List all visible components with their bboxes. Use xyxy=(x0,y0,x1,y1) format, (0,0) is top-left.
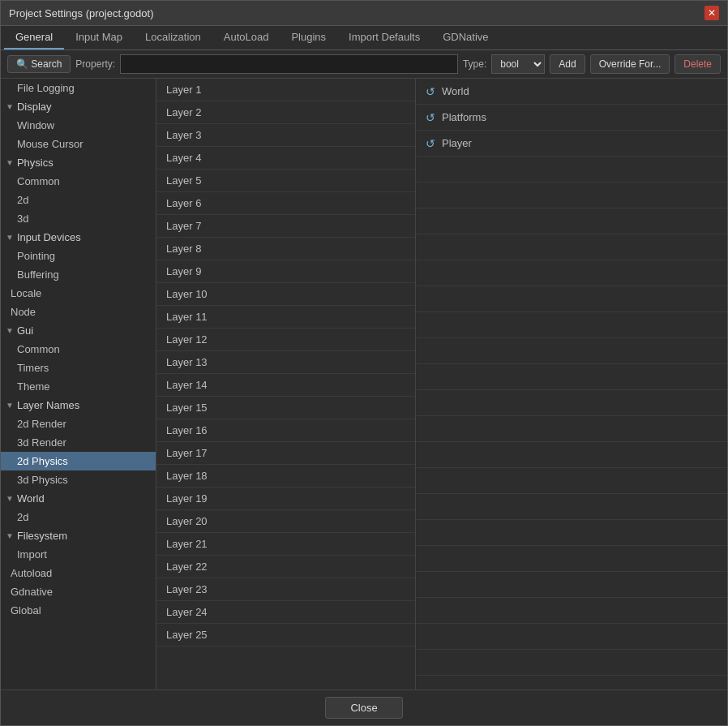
sidebar-item-display[interactable]: ▼ Display xyxy=(1,97,156,116)
layer-item-9[interactable]: Layer 9 xyxy=(156,260,415,283)
close-window-button[interactable]: ✕ xyxy=(704,6,719,20)
tab-plugins[interactable]: Plugins xyxy=(280,26,337,49)
layer-item-8[interactable]: Layer 8 xyxy=(156,238,415,260)
sidebar-item-layer-names[interactable]: ▼ Layer Names xyxy=(1,396,156,415)
layer-item-5[interactable]: Layer 5 xyxy=(156,170,415,192)
value-row-11 xyxy=(416,338,727,364)
sidebar-label: 2d xyxy=(17,194,28,206)
property-input[interactable] xyxy=(120,54,458,74)
value-row-24 xyxy=(416,676,727,689)
sidebar-item-world[interactable]: ▼ World xyxy=(1,489,156,508)
sidebar-item-buffering[interactable]: Buffering xyxy=(1,265,156,284)
value-row-22 xyxy=(416,624,727,650)
layer-item-21[interactable]: Layer 21 xyxy=(156,533,415,556)
sidebar-item-timers[interactable]: Timers xyxy=(1,359,156,377)
tab-input-map[interactable]: Input Map xyxy=(64,26,134,49)
override-button[interactable]: Override For... xyxy=(590,54,670,74)
sidebar-item-gui-common[interactable]: Common xyxy=(1,340,156,359)
value-row-21 xyxy=(416,598,727,624)
layer-item-7[interactable]: Layer 7 xyxy=(156,215,415,238)
layer-item-4[interactable]: Layer 4 xyxy=(156,147,415,170)
sidebar-item-autoload[interactable]: Autoload xyxy=(1,564,156,582)
search-button[interactable]: 🔍 Search xyxy=(7,55,71,73)
layer-item-11[interactable]: Layer 11 xyxy=(156,306,415,329)
sidebar-item-2d-render[interactable]: 2d Render xyxy=(1,415,156,433)
value-row-6 xyxy=(416,208,727,234)
layer-item-13[interactable]: Layer 13 xyxy=(156,351,415,374)
sidebar-item-input-devices[interactable]: ▼ Input Devices xyxy=(1,228,156,247)
sidebar-label: Window xyxy=(17,119,54,131)
sidebar-item-physics-2d[interactable]: 2d xyxy=(1,191,156,209)
sidebar-item-physics-3d[interactable]: 3d xyxy=(1,209,156,228)
tab-gdnative[interactable]: GDNative xyxy=(431,26,499,49)
sidebar-item-physics-common[interactable]: Common xyxy=(1,172,156,191)
layer-item-18[interactable]: Layer 18 xyxy=(156,465,415,488)
sidebar-item-2d-physics[interactable]: 2d Physics xyxy=(1,452,156,470)
sidebar-label: Global xyxy=(11,604,41,616)
layer-item-24[interactable]: Layer 24 xyxy=(156,601,415,624)
reset-icon[interactable]: ↺ xyxy=(426,111,435,124)
sidebar-item-locale[interactable]: Locale xyxy=(1,284,156,303)
sidebar-item-theme[interactable]: Theme xyxy=(1,377,156,396)
sidebar-label: Autoload xyxy=(11,567,52,579)
tab-autoload[interactable]: AutoLoad xyxy=(212,26,280,49)
sidebar-item-node[interactable]: Node xyxy=(1,303,156,321)
layer-item-12[interactable]: Layer 12 xyxy=(156,329,415,351)
add-button[interactable]: Add xyxy=(550,54,585,74)
sidebar-label: Input Devices xyxy=(17,231,81,243)
sidebar-label: Gui xyxy=(17,324,33,337)
sidebar-label: Physics xyxy=(17,157,54,169)
tab-localization[interactable]: Localization xyxy=(134,26,212,49)
value-row-3: ↺Player xyxy=(416,131,727,157)
close-footer-button[interactable]: Close xyxy=(325,697,402,719)
tab-import-defaults[interactable]: Import Defaults xyxy=(337,26,431,49)
delete-button[interactable]: Delete xyxy=(674,54,721,74)
reset-icon[interactable]: ↺ xyxy=(426,137,435,150)
sidebar-item-filesystem[interactable]: ▼ Filesystem xyxy=(1,526,156,545)
layer-item-1[interactable]: Layer 1 xyxy=(156,79,415,101)
value-text: Platforms xyxy=(442,111,486,123)
value-row-18 xyxy=(416,520,727,546)
sidebar-label: Theme xyxy=(17,380,49,393)
value-row-9 xyxy=(416,286,727,312)
sidebar-item-world-2d[interactable]: 2d xyxy=(1,508,156,526)
sidebar-item-pointing[interactable]: Pointing xyxy=(1,247,156,265)
layer-item-15[interactable]: Layer 15 xyxy=(156,397,415,419)
sidebar-label: Timers xyxy=(17,362,49,374)
layer-item-19[interactable]: Layer 19 xyxy=(156,488,415,510)
sidebar-label: Locale xyxy=(11,287,41,299)
layer-item-17[interactable]: Layer 17 xyxy=(156,442,415,465)
layer-item-6[interactable]: Layer 6 xyxy=(156,192,415,215)
layer-item-14[interactable]: Layer 14 xyxy=(156,374,415,397)
toolbar: 🔍 Search Property: Type: bool int float … xyxy=(1,50,727,79)
type-select[interactable]: bool int float String xyxy=(491,54,545,74)
sidebar-item-physics[interactable]: ▼ Physics xyxy=(1,153,156,172)
sidebar-item-file-logging[interactable]: File Logging xyxy=(1,79,156,97)
layer-item-10[interactable]: Layer 10 xyxy=(156,283,415,306)
sidebar-label: 3d Render xyxy=(17,436,66,449)
value-row-8 xyxy=(416,260,727,286)
sidebar-item-mouse-cursor[interactable]: Mouse Cursor xyxy=(1,135,156,153)
sidebar-item-3d-physics[interactable]: 3d Physics xyxy=(1,470,156,489)
sidebar-label: Buffering xyxy=(17,268,59,281)
tab-general[interactable]: General xyxy=(4,26,64,49)
layer-item-23[interactable]: Layer 23 xyxy=(156,578,415,601)
sidebar-item-gdnative[interactable]: Gdnative xyxy=(1,582,156,601)
layer-item-20[interactable]: Layer 20 xyxy=(156,510,415,533)
value-row-14 xyxy=(416,416,727,442)
layer-item-25[interactable]: Layer 25 xyxy=(156,624,415,647)
sidebar-item-global[interactable]: Global xyxy=(1,601,156,620)
layer-item-3[interactable]: Layer 3 xyxy=(156,124,415,147)
footer: Close xyxy=(1,689,727,725)
layer-item-22[interactable]: Layer 22 xyxy=(156,556,415,578)
chevron-down-icon: ▼ xyxy=(6,401,14,410)
sidebar-item-3d-render[interactable]: 3d Render xyxy=(1,433,156,452)
value-row-1: ↺World xyxy=(416,79,727,105)
layer-item-16[interactable]: Layer 16 xyxy=(156,419,415,442)
layer-item-2[interactable]: Layer 2 xyxy=(156,101,415,124)
reset-icon[interactable]: ↺ xyxy=(426,85,435,98)
value-row-19 xyxy=(416,546,727,572)
sidebar-item-window[interactable]: Window xyxy=(1,116,156,135)
sidebar-item-gui[interactable]: ▼ Gui xyxy=(1,321,156,340)
sidebar-item-import[interactable]: Import xyxy=(1,545,156,564)
